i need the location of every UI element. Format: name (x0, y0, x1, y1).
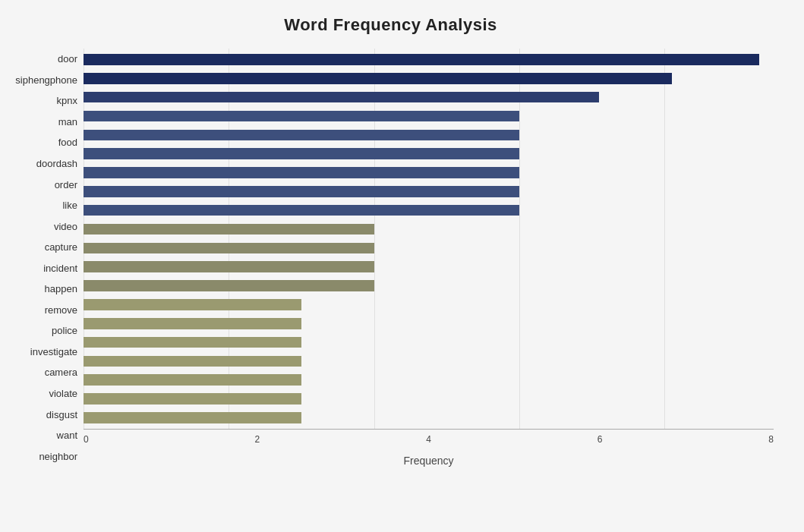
bar (84, 130, 519, 141)
bar-row (84, 144, 774, 163)
y-label: video (54, 222, 77, 231)
bar-row (84, 257, 774, 276)
bar (84, 393, 301, 405)
bar-row (84, 69, 774, 88)
y-label: disgust (46, 410, 77, 420)
bar-row (84, 220, 774, 239)
bar-row (84, 314, 774, 333)
bar (84, 356, 301, 367)
bar (84, 111, 519, 122)
x-tick: 6 (597, 434, 603, 445)
bar (84, 299, 301, 310)
y-label: capture (45, 242, 77, 252)
bar-row (84, 295, 774, 314)
bar (84, 337, 301, 348)
bar (84, 318, 301, 329)
y-label: remove (45, 305, 77, 315)
bar-row (84, 107, 774, 126)
y-label: door (58, 54, 77, 64)
y-label: violate (49, 389, 77, 398)
y-label: order (55, 180, 77, 190)
bar (84, 243, 374, 254)
x-axis-label: Frequency (84, 452, 774, 467)
bar (84, 167, 519, 178)
bar-row (84, 238, 774, 257)
y-label: food (58, 137, 77, 147)
y-label: kpnx (57, 96, 77, 105)
bar-row (84, 125, 774, 144)
bar (84, 280, 374, 291)
bar-row (84, 276, 774, 295)
bars-area (84, 49, 774, 429)
y-label: happen (45, 284, 77, 294)
y-label: police (52, 326, 77, 335)
bar (84, 224, 374, 235)
y-label: camera (45, 367, 77, 377)
bar-row (84, 370, 774, 389)
bar-row (84, 389, 774, 408)
bar-row (84, 88, 774, 107)
bar (84, 54, 759, 65)
bar (84, 374, 301, 386)
bar-row (84, 333, 774, 352)
bar-row (84, 50, 774, 69)
y-label: man (58, 117, 77, 127)
y-label: neighbor (39, 452, 77, 461)
bar (84, 92, 599, 103)
bar-row (84, 201, 774, 220)
bar-row (84, 408, 774, 427)
y-label: siphengphone (15, 75, 77, 85)
chart-container: Word Frequency Analysis doorsiphengphone… (0, 0, 804, 532)
y-label: want (57, 430, 77, 440)
x-tick: 0 (84, 434, 89, 445)
x-tick: 8 (768, 434, 774, 445)
bar (84, 261, 374, 272)
bar (84, 148, 519, 159)
bars-wrapper (84, 49, 774, 429)
bar (84, 205, 519, 216)
bars-and-xaxis: 02468 Frequency (84, 49, 774, 467)
bar-row (84, 182, 774, 201)
x-axis: 02468 (84, 429, 774, 452)
y-label: like (62, 200, 77, 210)
bar-row (84, 352, 774, 371)
chart-area: doorsiphengphonekpnxmanfooddoordashorder… (8, 49, 774, 467)
bar (84, 73, 672, 84)
bar-row (84, 163, 774, 182)
x-tick: 4 (426, 434, 431, 445)
y-label: investigate (30, 347, 77, 357)
y-labels: doorsiphengphonekpnxmanfooddoordashorder… (8, 49, 84, 467)
y-label: incident (43, 263, 77, 273)
chart-title: Word Frequency Analysis (8, 15, 774, 35)
bar (84, 186, 519, 197)
x-tick: 2 (255, 434, 260, 445)
y-label: doordash (36, 159, 77, 168)
bar (84, 412, 301, 423)
